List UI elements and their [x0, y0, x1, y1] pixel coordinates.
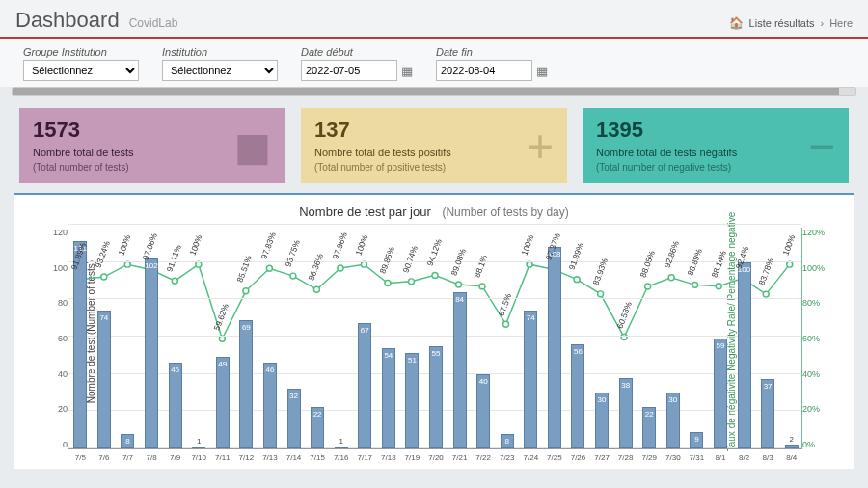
summary-cards: 1573 Nombre total de tests (Total number… [0, 104, 868, 193]
filter-date-end-input[interactable] [436, 60, 532, 81]
page-header: Dashboard CovidLab 🏠 Liste résultats › H… [0, 0, 868, 39]
y-axis-right-ticks: 120%100%80%60%40%20%0% [802, 228, 829, 449]
breadcrumb-link-list[interactable]: Liste résultats [749, 17, 815, 29]
breadcrumb: 🏠 Liste résultats › Here [729, 16, 853, 30]
filter-bar: Groupe Institution Sélectionnez Institut… [0, 39, 868, 87]
card-negative-value: 1395 [596, 118, 835, 143]
chart-panel: Nombre de test par jour (Number of tests… [14, 193, 854, 469]
filter-institution-label: Institution [162, 46, 278, 58]
filter-group-select[interactable]: Sélectionnez [23, 60, 139, 81]
filter-date-start-input[interactable] [301, 60, 397, 81]
y-axis-left-ticks: 120100806040200 [41, 228, 68, 449]
calendar-icon[interactable]: ▦ [536, 64, 548, 78]
card-positive-value: 137 [314, 118, 554, 143]
card-negative-tests[interactable]: 1395 Nombre total de tests négatifs (Tot… [583, 108, 849, 183]
filter-date-start-label: Date début [301, 46, 413, 58]
plus-icon: + [527, 120, 554, 173]
filter-group-label: Groupe Institution [23, 46, 139, 58]
card-positive-tests[interactable]: 137 Nombre total de tests positifs (Tota… [301, 108, 567, 183]
page-title: Dashboard [15, 8, 120, 33]
cube-icon: ◼ [233, 119, 272, 173]
filter-date-end-label: Date fin [436, 46, 548, 58]
horizontal-scrollbar[interactable] [12, 87, 856, 96]
filter-institution-select[interactable]: Sélectionnez [162, 60, 278, 81]
page-subtitle: CovidLab [129, 16, 178, 30]
dashboard-icon: 🏠 [729, 16, 744, 30]
calendar-icon[interactable]: ▦ [401, 64, 413, 78]
breadcrumb-current: Here [829, 17, 853, 29]
chart-title: Nombre de test par jour (Number of tests… [19, 204, 849, 219]
card-total-tests[interactable]: 1573 Nombre total de tests (Total number… [19, 108, 285, 183]
chart-plot-area: 1117/591.89%747/693.24%87/7100%1027/897.… [68, 228, 802, 449]
minus-icon: − [808, 120, 835, 173]
